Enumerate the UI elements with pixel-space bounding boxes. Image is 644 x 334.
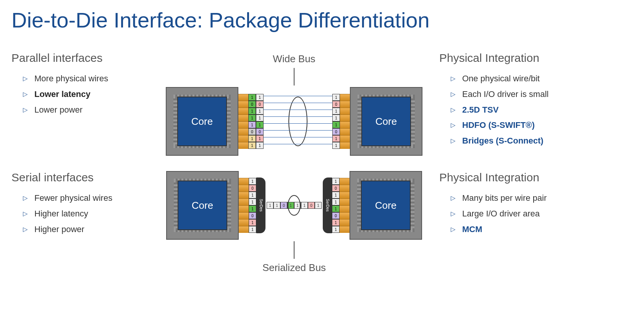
core-left-serial: Core	[178, 181, 227, 230]
pins-right-vals: 1 0 1 1 1 0 1 1	[332, 94, 340, 149]
bus-ellipse-icon	[288, 97, 307, 146]
pin: 0	[332, 128, 340, 135]
bullet-text: MCM	[462, 224, 482, 234]
list-item: Each I/O driver is small	[451, 89, 633, 100]
wide-bus-label: Wide Bus	[273, 53, 315, 65]
serial-bullet: Higher latency	[23, 208, 172, 220]
pin: 1	[248, 94, 256, 101]
pin: 1	[249, 226, 256, 233]
pin: 1	[249, 198, 256, 205]
bullet-text: More physical wires	[34, 74, 108, 83]
serial-bullet: Fewer physical wires	[23, 192, 172, 204]
bit: 0	[308, 202, 315, 209]
serial-heading: Serial interfaces	[11, 171, 172, 184]
pin: 1	[248, 108, 256, 115]
bit: 1	[267, 202, 273, 209]
pin: 0	[332, 101, 340, 108]
parallel-bullet: Lower power	[23, 104, 172, 116]
pin: 1	[256, 94, 264, 101]
pin: 1	[332, 178, 340, 185]
leader-line-down	[294, 241, 294, 259]
pin: 0	[256, 101, 264, 108]
core-right-serial: Core	[361, 181, 411, 230]
pin: 0	[249, 212, 256, 219]
bullet-text: Higher power	[34, 224, 84, 234]
pin: 1	[248, 115, 256, 121]
pin: 1	[248, 135, 256, 142]
parallel-right-col: Physical Integration One physical wire/b…	[416, 52, 633, 151]
parallel-bullet: More physical wires	[23, 73, 172, 85]
serial-bus: 1 1 0 1 1 1 0 1	[265, 194, 323, 217]
pin: 0	[256, 128, 264, 135]
list-item: Bridges (S-Connect)	[451, 135, 633, 147]
list-item: HDFO (S-SWIFT®)	[451, 119, 633, 131]
pin: 1	[249, 205, 256, 212]
bit: 1	[273, 202, 280, 209]
pin: 1	[332, 226, 340, 233]
serial-right-col: Physical Integration Many bits per wire …	[416, 171, 633, 239]
pin: 1	[249, 192, 256, 198]
pins-left-vals: 1 0 1 1 1 0 1 1	[256, 94, 264, 149]
pin: 0	[248, 128, 256, 135]
serial-bullets: Fewer physical wires Higher latency High…	[11, 192, 172, 235]
pin: 1	[332, 192, 340, 198]
pin: 1	[332, 115, 340, 121]
bullet-text: Lower power	[34, 105, 83, 115]
core-left: Core	[177, 97, 227, 146]
serial-chip-row: Core 1 0 1 1 1 0 1 1 SerDes 1 1	[166, 171, 422, 240]
serial-diagram: Core 1 0 1 1 1 0 1 1 SerDes 1 1	[172, 171, 416, 275]
pins-left-out: 1 0 1 1 1 0 1 1	[248, 94, 256, 149]
pin: 1	[248, 121, 256, 128]
pin: 0	[248, 101, 256, 108]
band-col-right	[340, 94, 350, 149]
pin: 0	[249, 185, 256, 192]
serialized-bus-label: Serialized Bus	[262, 262, 326, 274]
wide-bus-wires	[264, 93, 332, 150]
pins-right-serial: 1 0 1 1 1 0 1 1	[332, 178, 340, 233]
serial-right-bullets: Many bits per wire pair Large I/O driver…	[439, 192, 633, 235]
bullet-text: Each I/O driver is small	[462, 89, 549, 99]
pin: 1	[332, 135, 340, 142]
phys-int-heading-top: Physical Integration	[439, 52, 633, 65]
list-item: Large I/O driver area	[451, 208, 633, 220]
parallel-right-bullets: One physical wire/bit Each I/O driver is…	[439, 73, 633, 147]
serdes-left: SerDes	[256, 177, 265, 233]
pin: 1	[256, 135, 264, 142]
pin: 1	[332, 205, 340, 212]
chip-right: Core	[350, 87, 422, 156]
pin: 1	[332, 142, 340, 149]
parallel-left-col: Parallel interfaces More physical wires …	[11, 52, 172, 119]
pin: 1	[256, 121, 264, 128]
band-col-left-s	[239, 178, 249, 233]
leader-line	[294, 68, 294, 86]
bullet-text: HDFO (S-SWIFT®)	[462, 120, 535, 130]
bullet-text: 2.5D TSV	[462, 105, 498, 115]
pin: 0	[332, 185, 340, 192]
pin: 0	[332, 212, 340, 219]
list-item: One physical wire/bit	[451, 73, 633, 85]
pin: 1	[332, 108, 340, 115]
pin: 1	[249, 219, 256, 226]
chip-left: Core	[166, 87, 238, 156]
list-item: 2.5D TSV	[451, 104, 633, 116]
serial-row: Serial interfaces Fewer physical wires H…	[11, 171, 633, 275]
list-item: MCM	[451, 224, 633, 236]
pin: 1	[256, 108, 264, 115]
core-right: Core	[361, 97, 411, 146]
parallel-bullets: More physical wires Lower latency Lower …	[11, 73, 172, 116]
bullet-text: Lower latency	[34, 89, 91, 99]
serial-ellipse-icon	[288, 195, 301, 216]
list-item: Many bits per wire pair	[451, 192, 633, 204]
band-col-right-s	[340, 178, 350, 233]
parallel-bullet: Lower latency	[23, 89, 172, 100]
bullet-text: Large I/O driver area	[462, 209, 540, 218]
parallel-chip-row: Core 1 0 1 1 1 0 1 1 1 0 1 1 1	[166, 87, 422, 156]
parallel-diagram: Wide Bus Core 1 0 1 1 1 0 1 1 1	[172, 52, 416, 156]
chip-left-serial: Core	[166, 171, 239, 240]
pin: 1	[332, 198, 340, 205]
pin: 1	[248, 142, 256, 149]
bullet-text: Fewer physical wires	[34, 193, 112, 203]
chip-right-serial: Core	[350, 171, 422, 240]
bullet-text: One physical wire/bit	[462, 74, 540, 83]
pin: 1	[332, 94, 340, 101]
